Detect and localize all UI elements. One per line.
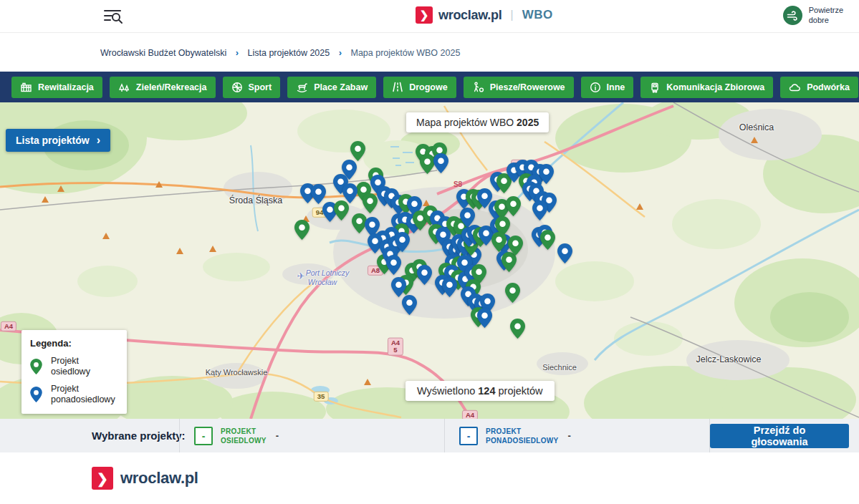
map-canvas[interactable]: Środa ŚląskaOleśnicaJelcz-LaskowiceKąty … (0, 102, 859, 419)
peak-icon (364, 379, 371, 385)
lista-projektow-button[interactable]: Lista projektów › (6, 129, 110, 152)
map-pin-ponadosiedlowy[interactable] (433, 153, 448, 173)
breadcrumb-item-lista[interactable]: Lista projektów 2025 (248, 48, 330, 58)
map-pin-osiedlowy[interactable] (334, 200, 349, 220)
slot-projekt-ponadosiedlowy: - PROJEKTPONADOSIEDLOWY - (444, 419, 709, 452)
logo-divider: | (510, 8, 513, 22)
green-pin-icon (30, 359, 42, 374)
map-pin-osiedlowy[interactable] (294, 220, 309, 240)
map-pin-ponadosiedlowy[interactable] (477, 308, 492, 328)
filter-podworka-button[interactable]: Podwórka (780, 77, 858, 98)
map-pin-osiedlowy[interactable] (506, 196, 521, 216)
filter-rewitalizacja-button[interactable]: Rewitalizacja (11, 77, 102, 98)
osiedlowy-label: PROJEKTOSIEDLOWY (221, 427, 267, 445)
chevron-right-icon: › (339, 47, 342, 58)
osiedlowy-value: - (276, 430, 279, 441)
map-pin-osiedlowy[interactable] (491, 232, 507, 252)
menu-search-icon[interactable] (102, 6, 124, 26)
map-pin-ponadosiedlowy[interactable] (557, 243, 572, 263)
map-pin-ponadosiedlowy[interactable] (391, 277, 406, 297)
filter-inne-button[interactable]: Inne (581, 77, 634, 98)
road-shield: A4 (462, 410, 478, 419)
peak-icon (636, 203, 643, 210)
page-footer: ❯ wroclaw.pl (0, 452, 859, 504)
map-pin-osiedlowy[interactable] (508, 236, 523, 256)
map-place-label: Kąty Wrocławskie (206, 368, 268, 377)
footer-wroclaw-logo[interactable]: ❯ wroclaw.pl (92, 467, 198, 490)
air-quality-text: Powietrze dobre (809, 6, 843, 26)
trees-icon (118, 82, 130, 92)
przejdz-do-glosowania-button[interactable]: Przejdź do głosowania (710, 424, 849, 448)
map-pin-ponadosiedlowy[interactable] (417, 265, 432, 285)
map-markers-layer: Środa ŚląskaOleśnicaJelcz-LaskowiceKąty … (0, 102, 859, 419)
peak-icon (176, 248, 183, 254)
top-header: ❯ wroclaw.pl | WBO Powietrze dobre (0, 0, 859, 33)
map-pin-ponadosiedlowy[interactable] (311, 184, 326, 204)
map-pin-osiedlowy[interactable] (350, 141, 365, 161)
breadcrumb-item-mapa: Mapa projektów WBO 2025 (351, 48, 461, 58)
basketball-icon (231, 82, 243, 93)
peak-icon (209, 246, 216, 252)
building-icon (20, 82, 32, 92)
map-pin-osiedlowy[interactable] (510, 319, 525, 339)
selected-projects-bar: Wybrane projekty: - PROJEKTOSIEDLOWY - -… (0, 419, 859, 452)
filter-komunikacja-zbiorowa-button[interactable]: Komunikacja Zbiorowa (640, 77, 773, 98)
blue-pin-icon (30, 387, 42, 402)
peak-icon (155, 181, 163, 188)
peak-icon (102, 233, 110, 239)
chevron-right-icon: › (97, 135, 100, 146)
filter-place-zabaw-button[interactable]: Place Zabaw (287, 77, 376, 98)
filter-sport-button[interactable]: Sport (223, 77, 281, 98)
map-place-label: Oleśnica (739, 122, 774, 132)
legend-item-ponadosiedlowy: Projektponadosiedlowy (30, 384, 118, 405)
logo-chevron-icon: ❯ (92, 467, 113, 490)
map-place-label: Środa Śląska (229, 195, 282, 205)
legend-item-osiedlowy: Projektosiedlowy (30, 356, 118, 377)
map-place-label: Jelcz-Laskowice (696, 354, 761, 364)
map-pin-osiedlowy[interactable] (420, 154, 435, 174)
ponadosiedlowy-count-box: - (459, 427, 478, 445)
logo-brand: wroclaw.pl (438, 8, 502, 23)
map-place-label: Wrocław (308, 278, 337, 286)
map-place-label: Port Lotniczy (306, 268, 350, 277)
airplane-icon: ✈ (297, 271, 305, 281)
tram-icon (649, 82, 661, 93)
legend-title: Legenda: (30, 338, 118, 349)
ponadosiedlowy-value: - (567, 430, 570, 441)
filter-piesze-rowerowe-button[interactable]: Piesze/Rowerowe (464, 77, 574, 98)
map-pin-osiedlowy[interactable] (540, 230, 555, 250)
map-title-badge: Mapa projektów WBO 2025 (406, 112, 549, 132)
project-count-badge: Wyświetlono 124 projektów (405, 381, 555, 401)
map-pin-ponadosiedlowy[interactable] (442, 277, 457, 297)
map-pin-osiedlowy[interactable] (505, 283, 520, 303)
map-pin-ponadosiedlowy[interactable] (402, 295, 417, 315)
logo-app-name: WBO (522, 8, 553, 22)
filter-zielen-rekreacja-button[interactable]: Zieleń/Rekreacja (110, 77, 216, 98)
road-shield: A4 (1, 321, 16, 331)
footer-logo-brand: wroclaw.pl (120, 469, 198, 488)
peak-icon (57, 185, 64, 192)
map-legend: Legenda: Projektosiedlowy Projektponados… (21, 330, 127, 414)
chevron-right-icon: › (236, 47, 239, 58)
osiedlowy-count-box: - (194, 427, 213, 445)
road-shield: S8 (451, 180, 465, 189)
wroclaw-logo[interactable]: ❯ wroclaw.pl | WBO (416, 6, 553, 24)
peak-icon (751, 137, 758, 143)
selected-projects-title: Wybrane projekty: (0, 419, 179, 452)
map-pin-osiedlowy[interactable] (363, 193, 378, 213)
filter-drogowe-button[interactable]: Drogowe (383, 77, 456, 98)
map-pin-ponadosiedlowy[interactable] (532, 200, 547, 220)
logo-chevron-icon: ❯ (416, 6, 433, 24)
road-shield: 35 (314, 392, 329, 402)
pedestrian-bike-icon (472, 82, 484, 92)
info-icon (590, 82, 601, 93)
breadcrumb-item-wbo[interactable]: Wrocławski Budżet Obywatelski (100, 48, 226, 58)
wind-icon (783, 6, 802, 25)
air-quality-badge[interactable]: Powietrze dobre (783, 6, 843, 26)
map-pin-ponadosiedlowy[interactable] (386, 255, 401, 275)
category-filter-toolbar: Rewitalizacja Zieleń/Rekreacja Sport Pla… (0, 72, 859, 102)
rocking-horse-icon (296, 82, 308, 92)
vote-section: Przejdź do głosowania (709, 419, 859, 452)
map-pin-ponadosiedlowy[interactable] (342, 183, 357, 203)
road-icon (392, 82, 403, 92)
